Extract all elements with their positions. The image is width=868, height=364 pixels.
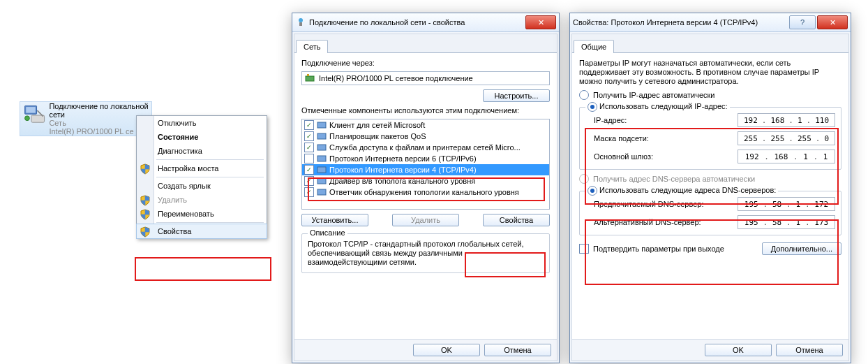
- close-button[interactable]: ✕: [817, 15, 848, 29]
- checkbox-icon[interactable]: ✓: [304, 120, 314, 130]
- ip-octet[interactable]: 0: [824, 134, 829, 143]
- ip-octet[interactable]: 1: [803, 152, 808, 161]
- ip-label: IP-адрес:: [594, 116, 732, 124]
- svg-point-4: [299, 18, 303, 22]
- radio-auto-ip[interactable]: Получить IP-адрес автоматически: [579, 90, 841, 100]
- menu-item-label: Удалить: [158, 196, 187, 204]
- remove-button[interactable]: Удалить: [392, 214, 459, 226]
- cancel-button[interactable]: Отмена: [484, 344, 551, 356]
- checkbox-icon[interactable]: ✓: [304, 165, 314, 175]
- ip-octet[interactable]: 1: [823, 152, 828, 161]
- cancel-button[interactable]: Отмена: [776, 344, 843, 356]
- shield-icon: [140, 209, 151, 220]
- window-title: Подключение по локальной сети - свойства: [309, 18, 524, 27]
- svg-point-3: [25, 116, 30, 121]
- dns1-field[interactable]: 195.58.1.172: [738, 197, 835, 211]
- ip-octet[interactable]: 1: [798, 116, 802, 125]
- shield-icon: [140, 195, 151, 206]
- component-label: Протокол Интернета версии 4 (TCP/IPv4): [329, 166, 477, 174]
- menu-item[interactable]: Переименовать: [137, 207, 267, 221]
- component-icon: [317, 131, 327, 141]
- menu-item[interactable]: Свойства: [136, 224, 267, 239]
- nic-icon: [305, 73, 315, 83]
- ip-octet[interactable]: 173: [814, 218, 828, 227]
- radio-icon[interactable]: [588, 102, 597, 112]
- ip-octet[interactable]: 195: [744, 218, 758, 227]
- titlebar[interactable]: Подключение по локальной сети - свойства…: [292, 13, 559, 32]
- ip-octet[interactable]: 195: [744, 200, 758, 209]
- component-row[interactable]: Протокол Интернета версии 6 (TCP/IPv6): [302, 153, 549, 164]
- help-button[interactable]: ?: [789, 15, 816, 29]
- component-row[interactable]: ✓Протокол Интернета версии 4 (TCP/IPv4): [302, 164, 549, 175]
- gateway-field[interactable]: 192.168.1.1: [738, 150, 835, 163]
- components-list[interactable]: ✓Клиент для сетей Microsoft✓Планировщик …: [301, 119, 550, 210]
- ip-octet[interactable]: 255: [798, 134, 811, 143]
- ip-field[interactable]: 192.168.1.110: [738, 113, 835, 127]
- checkbox-icon[interactable]: [304, 154, 314, 163]
- ip-octet[interactable]: 168: [774, 152, 788, 161]
- component-row[interactable]: ✓Драйвер в/в тополога канального уровня: [302, 175, 549, 187]
- mask-field[interactable]: 255.255.255.0: [738, 131, 835, 145]
- menu-item[interactable]: Настройка моста: [137, 161, 267, 175]
- tab-general[interactable]: Общие: [574, 40, 614, 53]
- ok-button[interactable]: OK: [413, 344, 480, 356]
- svg-rect-7: [307, 74, 309, 76]
- component-row[interactable]: ✓Планировщик пакетов QoS: [302, 131, 549, 142]
- component-icon: [317, 187, 327, 197]
- ip-octet[interactable]: 255: [770, 134, 784, 143]
- checkbox-icon[interactable]: ✓: [304, 131, 314, 141]
- component-row[interactable]: ✓Клиент для сетей Microsoft: [302, 119, 549, 131]
- network-connection-item[interactable]: Подключение по локальной сети Сеть Intel…: [20, 101, 152, 136]
- validate-checkbox[interactable]: Подтвердить параметры при выходе: [579, 244, 724, 254]
- component-label: Клиент для сетей Microsoft: [329, 121, 425, 129]
- ip-octet[interactable]: 110: [815, 116, 829, 125]
- install-button[interactable]: Установить...: [301, 214, 368, 226]
- menu-item[interactable]: Состояние: [137, 130, 267, 144]
- ip-octet[interactable]: 192: [744, 116, 758, 125]
- connection-icon: [295, 17, 306, 28]
- lan-properties-window: Подключение по локальной сети - свойства…: [292, 13, 560, 363]
- component-row[interactable]: ✓Ответчик обнаружения топологии канально…: [302, 187, 549, 198]
- ip-octet[interactable]: 1: [795, 218, 800, 227]
- component-icon: [317, 120, 327, 130]
- menu-item[interactable]: Отключить: [137, 116, 267, 130]
- properties-button[interactable]: Свойства: [483, 214, 550, 226]
- checkbox-icon[interactable]: ✓: [304, 143, 314, 152]
- highlight-box: [135, 257, 271, 281]
- checkbox-icon[interactable]: ✓: [304, 187, 314, 197]
- ip-octet[interactable]: 192: [745, 152, 759, 161]
- radio-manual-dns-label: Использовать следующие адреса DNS-сервер…: [599, 186, 776, 194]
- ip-octet[interactable]: 172: [814, 200, 828, 209]
- menu-item[interactable]: Создать ярлык: [137, 179, 267, 193]
- checkbox-icon: [579, 244, 589, 254]
- radio-auto-dns: Получить адрес DNS-сервера автоматически: [579, 174, 841, 184]
- component-label: Служба доступа к файлам и принтерам сете…: [329, 143, 521, 152]
- ip-octet[interactable]: 1: [795, 200, 800, 209]
- component-icon: [317, 154, 327, 163]
- dns2-field[interactable]: 195.58.1.173: [738, 215, 835, 229]
- advanced-button[interactable]: Дополнительно...: [762, 242, 841, 255]
- radio-icon[interactable]: [588, 186, 597, 196]
- menu-item[interactable]: Диагностика: [137, 144, 267, 158]
- radio-label: Получить IP-адрес автоматически: [593, 91, 714, 99]
- ip-octet[interactable]: 58: [772, 218, 781, 227]
- ip-octet[interactable]: 58: [772, 200, 781, 209]
- components-label: Отмеченные компоненты используются этим …: [301, 106, 550, 115]
- nc-title: Подключение по локальной сети: [49, 102, 149, 119]
- adapter-name: Intel(R) PRO/1000 PL сетевое подключение: [319, 74, 473, 82]
- network-adapter-icon: [23, 103, 49, 131]
- configure-button[interactable]: Настроить...: [483, 89, 550, 102]
- gateway-label: Основной шлюз:: [594, 152, 732, 161]
- ok-button[interactable]: OK: [705, 344, 772, 356]
- titlebar[interactable]: Свойства: Протокол Интернета версии 4 (T…: [570, 13, 851, 32]
- adapter-box: Intel(R) PRO/1000 PL сетевое подключение: [301, 71, 550, 85]
- connect-via-label: Подключение через:: [301, 59, 550, 67]
- ip-octet[interactable]: 255: [744, 134, 758, 143]
- ip-octet[interactable]: 168: [770, 116, 784, 125]
- tab-network[interactable]: Сеть: [296, 40, 328, 53]
- checkbox-icon[interactable]: ✓: [304, 176, 314, 186]
- radio-label: Получить адрес DNS-сервера автоматически: [593, 175, 755, 183]
- menu-item-label: Переименовать: [158, 210, 214, 218]
- component-row[interactable]: ✓Служба доступа к файлам и принтерам сет…: [302, 142, 549, 153]
- close-button[interactable]: ✕: [525, 15, 556, 29]
